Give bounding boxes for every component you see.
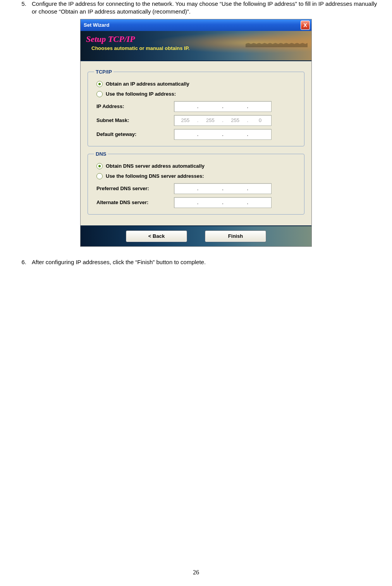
radio-ip-auto-label: Obtain an IP address automatically [106, 81, 189, 87]
radio-icon [96, 163, 103, 169]
window-title: Set Wizard [84, 22, 301, 28]
step-6-number: 6. [12, 258, 32, 266]
step-5-number: 5. [12, 0, 32, 16]
finish-button[interactable]: Finish [205, 230, 266, 242]
step-5: 5. Configure the IP address for connecti… [12, 0, 380, 16]
dns-legend: DNS [94, 151, 108, 157]
alternate-dns-input[interactable]: . . . [174, 197, 272, 208]
radio-dns-manual[interactable]: Use the following DNS server addresses: [96, 173, 298, 179]
back-button[interactable]: < Back [126, 230, 187, 242]
preferred-dns-label: Preferred DNS server: [96, 186, 174, 191]
dns-group: DNS Obtain DNS server address automatica… [88, 151, 304, 215]
window-titlebar[interactable]: Set Wizard X [81, 19, 311, 31]
ip-address-input[interactable]: . . . [174, 101, 272, 112]
radio-dns-auto-label: Obtain DNS server address automatically [106, 163, 205, 169]
banner-subtitle: Chooses automatic or manual obtains IP. [91, 45, 306, 51]
step-6-text: After configuring IP addresses, click th… [32, 258, 380, 266]
wizard-button-bar: < Back Finish [81, 225, 311, 246]
wizard-banner: Setup TCP/IP Chooses automatic or manual… [81, 31, 311, 61]
preferred-dns-input[interactable]: . . . [174, 183, 272, 194]
radio-dns-auto[interactable]: Obtain DNS server address automatically [96, 163, 298, 169]
ip-address-label: IP Address: [96, 103, 174, 109]
alternate-dns-label: Alternate DNS server: [96, 199, 174, 205]
tcpip-legend: TCP/IP [94, 69, 113, 75]
default-gateway-label: Default geteway: [96, 131, 174, 137]
banner-title: Setup TCP/IP [86, 34, 306, 44]
subnet-mask-label: Subnet Mask: [96, 117, 174, 123]
radio-icon [96, 91, 103, 97]
radio-ip-auto[interactable]: Obtain an IP address automatically [96, 81, 298, 87]
close-button[interactable]: X [301, 21, 310, 30]
step-6: 6. After configuring IP addresses, click… [12, 258, 380, 266]
page-number: 26 [0, 569, 392, 576]
radio-ip-manual[interactable]: Use the following IP address: [96, 91, 298, 97]
radio-icon [96, 173, 103, 179]
radio-ip-manual-label: Use the following IP address: [106, 91, 176, 97]
set-wizard-window: Set Wizard X Setup TCP/IP Chooses automa… [80, 19, 312, 247]
radio-icon [96, 81, 103, 87]
default-gateway-input[interactable]: . . . [174, 129, 272, 140]
close-icon: X [303, 22, 307, 28]
radio-dns-manual-label: Use the following DNS server addresses: [106, 173, 204, 179]
subnet-mask-input[interactable]: 255. 255. 255. 0 [174, 115, 272, 126]
step-5-text: Configure the IP address for connecting … [32, 0, 380, 16]
tcpip-group: TCP/IP Obtain an IP address automaticall… [88, 69, 304, 146]
